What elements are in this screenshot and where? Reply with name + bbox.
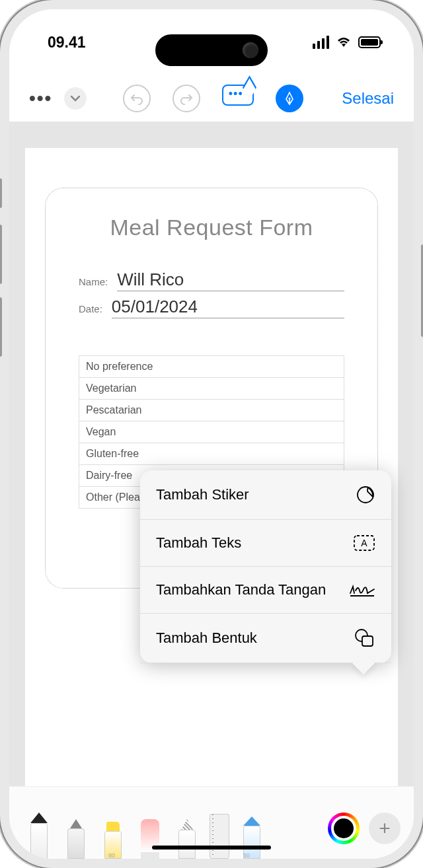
redo-button[interactable]: [173, 85, 200, 112]
undo-button[interactable]: [123, 85, 151, 112]
undo-icon: [130, 91, 144, 106]
highlighter-tool[interactable]: [96, 799, 130, 859]
pen-tip-icon: [282, 90, 297, 106]
svg-text:A: A: [361, 538, 367, 548]
svg-point-0: [288, 98, 290, 100]
home-indicator[interactable]: [152, 846, 271, 850]
option-row: Gluten-free: [79, 443, 344, 465]
tool-size-label: 80: [108, 852, 115, 859]
menu-label: Tambah Bentuk: [156, 630, 257, 647]
name-label: Name:: [79, 276, 108, 287]
menu-label: Tambahkan Tanda Tangan: [156, 581, 326, 598]
pen-tool[interactable]: [22, 799, 56, 859]
chevron-down-icon: [71, 95, 80, 102]
date-label: Date:: [79, 303, 102, 314]
ruler-tool[interactable]: [208, 799, 231, 859]
markup-toolbar: ••• Selesai: [9, 75, 414, 122]
option-row: Vegetarian: [79, 378, 344, 400]
add-menu-popup: Tambah Stiker Tambah Teks A Tambahkan Ta…: [140, 470, 391, 663]
document-canvas[interactable]: Meal Request Form Name: Will Rico Date: …: [9, 122, 414, 786]
add-text-item[interactable]: Tambah Teks A: [140, 520, 391, 567]
collapse-button[interactable]: [64, 87, 87, 110]
lasso-tool[interactable]: [171, 799, 204, 859]
add-button[interactable]: +: [369, 813, 401, 844]
shapes-icon: [354, 628, 375, 648]
marker-tool[interactable]: [59, 799, 93, 859]
markup-toggle-button[interactable]: [276, 85, 303, 112]
dynamic-island: [155, 34, 268, 66]
add-sticker-item[interactable]: Tambah Stiker: [140, 470, 391, 520]
autofill-button[interactable]: [222, 85, 254, 106]
battery-icon: [358, 36, 381, 48]
document-page: Meal Request Form Name: Will Rico Date: …: [25, 148, 398, 786]
signature-icon: [349, 581, 375, 598]
cellular-icon: [313, 36, 329, 49]
done-button[interactable]: Selesai: [342, 89, 394, 108]
color-picker-button[interactable]: [328, 813, 360, 844]
eraser-tool[interactable]: [134, 799, 167, 859]
date-value: 05/01/2024: [112, 297, 344, 318]
pencil-tool[interactable]: [235, 799, 268, 859]
status-time: 09.41: [48, 34, 86, 52]
menu-label: Tambah Teks: [156, 534, 241, 552]
form-title: Meal Request Form: [59, 215, 364, 240]
option-row: No preference: [79, 356, 344, 378]
menu-label: Tambah Stiker: [156, 486, 249, 503]
option-row: Pescatarian: [79, 400, 344, 421]
add-shape-item[interactable]: Tambah Bentuk: [140, 614, 391, 663]
tool-size-label: 50: [243, 852, 250, 859]
name-value: Will Rico: [117, 270, 344, 291]
wifi-icon: [336, 36, 352, 48]
sticker-icon: [356, 485, 375, 505]
more-options-button[interactable]: •••: [29, 88, 52, 109]
svg-rect-6: [362, 636, 373, 646]
add-signature-item[interactable]: Tambahkan Tanda Tangan: [140, 567, 391, 614]
text-box-icon: A: [353, 534, 375, 552]
redo-icon: [179, 91, 194, 106]
option-row: Vegan: [79, 421, 344, 443]
